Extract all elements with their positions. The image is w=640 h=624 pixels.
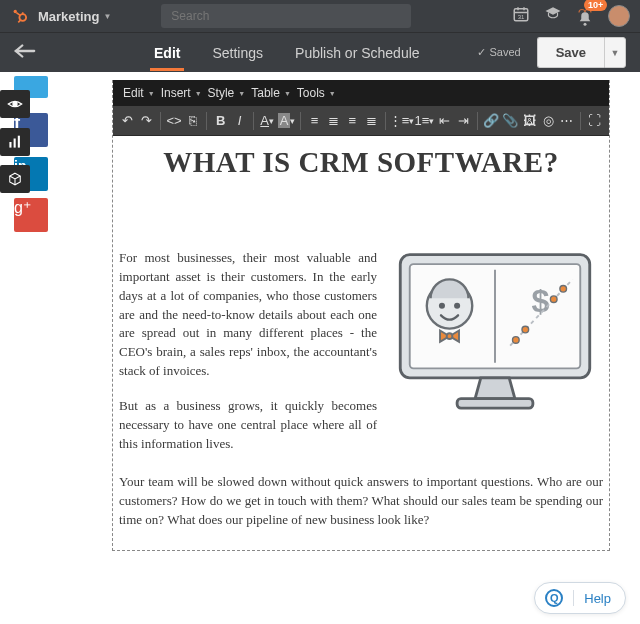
help-label: Help bbox=[584, 591, 611, 606]
notif-badge: 10+ bbox=[584, 0, 607, 11]
notifications-icon[interactable]: 10+ bbox=[576, 5, 594, 28]
tab-publish[interactable]: Publish or Schedule bbox=[291, 35, 424, 71]
undo-icon[interactable]: ↶ bbox=[119, 110, 136, 132]
bold-icon[interactable]: B bbox=[212, 110, 229, 132]
svg-point-26 bbox=[513, 337, 520, 344]
svg-rect-18 bbox=[457, 399, 533, 408]
product-switcher[interactable]: Marketing ▼ bbox=[38, 9, 111, 24]
menu-style[interactable]: Style▼ bbox=[208, 86, 246, 100]
bullet-list-icon[interactable]: ⋮≡▾ bbox=[390, 110, 412, 132]
svg-line-2 bbox=[16, 13, 20, 16]
menu-table[interactable]: Table▼ bbox=[251, 86, 291, 100]
svg-point-29 bbox=[560, 285, 567, 292]
align-center-icon[interactable]: ≣ bbox=[325, 110, 342, 132]
article-paragraph[interactable]: But as a business grows, it quickly beco… bbox=[119, 397, 377, 454]
help-button[interactable]: Q Help bbox=[534, 582, 626, 614]
svg-point-10 bbox=[584, 22, 587, 25]
cta-icon[interactable]: ◎ bbox=[540, 110, 557, 132]
calendar-icon[interactable]: 31 bbox=[512, 5, 530, 27]
tab-settings[interactable]: Settings bbox=[208, 35, 267, 71]
hubspot-logo-icon bbox=[10, 7, 28, 25]
image-icon[interactable]: 🖼 bbox=[521, 110, 538, 132]
search-input[interactable] bbox=[171, 9, 401, 23]
svg-rect-15 bbox=[18, 136, 20, 148]
save-button-group: Save ▼ bbox=[537, 37, 626, 68]
divider bbox=[573, 590, 574, 606]
chevron-down-icon: ▼ bbox=[103, 12, 111, 21]
svg-point-21 bbox=[439, 303, 445, 309]
chevron-down-icon: ▼ bbox=[329, 90, 336, 97]
svg-text:31: 31 bbox=[518, 14, 525, 20]
toolbar-right: ✓ Saved Save ▼ bbox=[477, 37, 626, 68]
product-name: Marketing bbox=[38, 9, 99, 24]
fullscreen-icon[interactable]: ⛶ bbox=[586, 110, 603, 132]
svg-line-4 bbox=[18, 20, 20, 22]
tool-analytics[interactable] bbox=[0, 128, 30, 156]
editor-menubar: Edit▼ Insert▼ Style▼ Table▼ Tools▼ bbox=[113, 80, 609, 106]
more-icon[interactable]: ⋯ bbox=[559, 110, 576, 132]
link-icon[interactable]: 🔗 bbox=[483, 110, 500, 132]
svg-point-28 bbox=[550, 296, 557, 303]
saved-indicator: ✓ Saved bbox=[477, 46, 520, 59]
chevron-down-icon: ▼ bbox=[284, 90, 291, 97]
svg-point-27 bbox=[522, 326, 529, 333]
indent-icon[interactable]: ⇥ bbox=[455, 110, 472, 132]
source-code-icon[interactable]: <> bbox=[166, 110, 183, 132]
svg-text:$: $ bbox=[532, 283, 550, 319]
article-paragraph[interactable]: Your team will be slowed down without qu… bbox=[119, 473, 603, 530]
embed-icon[interactable]: ⎘ bbox=[184, 110, 201, 132]
help-icon: Q bbox=[545, 589, 563, 607]
chevron-down-icon: ▼ bbox=[195, 90, 202, 97]
numbered-list-icon[interactable]: 1≡▾ bbox=[414, 110, 434, 132]
align-left-icon[interactable]: ≡ bbox=[306, 110, 323, 132]
article-title[interactable]: WHAT IS CRM SOFTWARE? bbox=[119, 146, 603, 179]
menu-tools[interactable]: Tools▼ bbox=[297, 86, 336, 100]
editor-toolbar: ↶ ↷ <> ⎘ B I A▾ A▾ ≡ ≣ ≡ ≣ ⋮≡▾ 1≡▾ ⇤ ⇥ 🔗… bbox=[113, 106, 609, 136]
tab-edit[interactable]: Edit bbox=[150, 35, 184, 71]
svg-rect-13 bbox=[9, 142, 11, 148]
article-illustration: $ bbox=[387, 249, 603, 429]
back-arrow-icon[interactable] bbox=[14, 42, 36, 63]
article-paragraph[interactable]: For most businesses, their most valuable… bbox=[119, 249, 377, 381]
topbar-right: 31 10+ bbox=[512, 5, 630, 28]
svg-rect-14 bbox=[14, 139, 16, 148]
align-justify-icon[interactable]: ≣ bbox=[363, 110, 380, 132]
user-avatar[interactable] bbox=[608, 5, 630, 27]
attachment-icon[interactable]: 📎 bbox=[502, 110, 519, 132]
save-dropdown-button[interactable]: ▼ bbox=[604, 37, 626, 68]
align-right-icon[interactable]: ≡ bbox=[344, 110, 361, 132]
app-topbar: Marketing ▼ 31 10+ bbox=[0, 0, 640, 32]
chevron-down-icon: ▼ bbox=[238, 90, 245, 97]
menu-insert[interactable]: Insert▼ bbox=[161, 86, 202, 100]
editor-nav-bar: Edit Settings Publish or Schedule ✓ Save… bbox=[0, 32, 640, 72]
italic-icon[interactable]: I bbox=[231, 110, 248, 132]
svg-point-22 bbox=[454, 303, 460, 309]
menu-edit[interactable]: Edit▼ bbox=[123, 86, 155, 100]
text-color-icon[interactable]: A▾ bbox=[259, 110, 276, 132]
chevron-down-icon: ▼ bbox=[148, 90, 155, 97]
article-text-column[interactable]: For most businesses, their most valuable… bbox=[119, 249, 377, 469]
tool-box[interactable] bbox=[0, 165, 30, 193]
share-googleplus[interactable]: g⁺ bbox=[14, 198, 48, 232]
svg-point-23 bbox=[447, 333, 453, 339]
svg-point-12 bbox=[13, 102, 17, 106]
global-search[interactable] bbox=[161, 4, 411, 28]
tool-preview[interactable] bbox=[0, 90, 30, 118]
save-button[interactable]: Save bbox=[537, 37, 604, 68]
bg-color-icon[interactable]: A▾ bbox=[278, 110, 296, 132]
rich-text-editor: Edit▼ Insert▼ Style▼ Table▼ Tools▼ ↶ ↷ <… bbox=[112, 80, 610, 551]
editor-body[interactable]: WHAT IS CRM SOFTWARE? For most businesse… bbox=[113, 136, 609, 550]
outdent-icon[interactable]: ⇤ bbox=[436, 110, 453, 132]
academy-icon[interactable] bbox=[544, 5, 562, 27]
redo-icon[interactable]: ↷ bbox=[138, 110, 155, 132]
